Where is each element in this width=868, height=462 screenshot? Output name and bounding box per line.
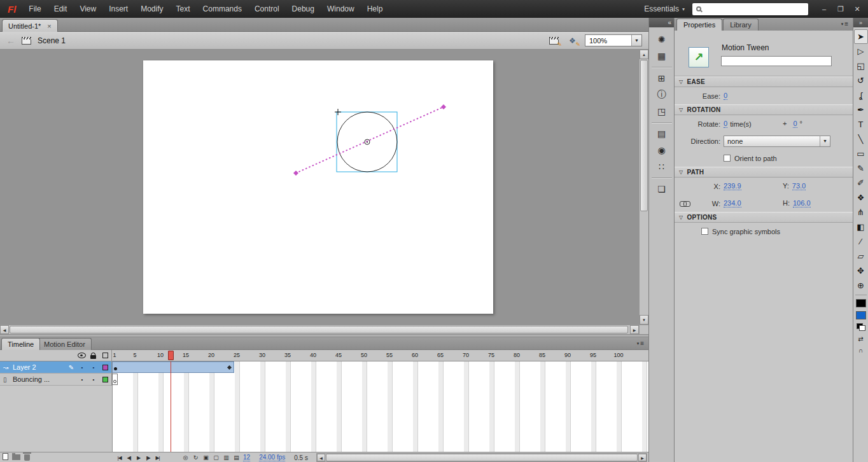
pasteboard[interactable]: ▲ ▼ ◀ ▶ — [0, 50, 648, 334]
selection-tool[interactable]: ➤ — [854, 29, 868, 44]
ease-value[interactable]: 0 — [724, 92, 727, 101]
tab-timeline[interactable]: Timeline — [1, 338, 40, 350]
paint-bucket-tool[interactable]: ◧ — [854, 220, 868, 234]
step-back-button[interactable]: ◀| — [124, 455, 134, 461]
deco-tool[interactable]: ❖ — [854, 190, 868, 205]
text-tool[interactable]: T — [854, 117, 868, 132]
expand-panels-icon[interactable]: « — [668, 19, 671, 26]
menu-window[interactable]: Window — [321, 0, 361, 18]
transform-icon[interactable]: ◳ — [650, 103, 673, 120]
sync-graphic-symbols-checkbox[interactable] — [701, 228, 708, 235]
menu-insert[interactable]: Insert — [102, 0, 134, 18]
timeline-ruler[interactable]: 1510152025303540455055606570758085909510… — [112, 350, 648, 361]
menu-control[interactable]: Control — [248, 0, 286, 18]
direction-dropdown[interactable]: none ▼ — [724, 136, 830, 147]
expand-tools-icon[interactable]: » — [859, 20, 862, 26]
orient-to-path-checkbox[interactable] — [724, 155, 731, 162]
back-icon[interactable]: ← — [6, 36, 15, 46]
search-input[interactable] — [692, 3, 808, 15]
layer-row[interactable]: ▯Bouncing ...•• — [0, 374, 648, 386]
tab-library[interactable]: Library — [723, 18, 759, 31]
properties-panel-menu-icon[interactable]: ▾ ≡ — [841, 20, 848, 27]
menu-commands[interactable]: Commands — [197, 0, 248, 18]
w-value[interactable]: 234.0 — [724, 199, 741, 208]
tab-properties[interactable]: Properties — [676, 18, 722, 31]
show-hide-all-layers-icon[interactable] — [76, 350, 87, 361]
snap-magnet-icon[interactable]: ∩ — [854, 344, 868, 356]
rectangle-tool[interactable]: ▭ — [854, 146, 868, 161]
modify-markers-button[interactable]: ▤ — [232, 454, 241, 461]
stroke-color-swatch[interactable] — [856, 299, 866, 307]
layer-outline-swatch[interactable] — [102, 365, 108, 370]
instance-name-input[interactable] — [721, 56, 832, 66]
layer-name-area[interactable]: ▯Bouncing ...•• — [0, 374, 112, 386]
stage-horizontal-scrollbar[interactable]: ◀ ▶ — [0, 325, 639, 334]
color-wheel-icon[interactable]: ◉ — [650, 142, 673, 158]
menu-file[interactable]: File — [22, 0, 47, 18]
scroll-down-icon[interactable]: ▼ — [640, 315, 648, 325]
onion-skin-outlines-button[interactable]: ▢ — [211, 454, 221, 461]
timeline-scrollbar-thumb[interactable] — [326, 454, 638, 461]
scroll-left-icon[interactable]: ◀ — [317, 454, 325, 461]
workspace-switcher[interactable]: Essentials ▾ — [644, 4, 685, 13]
motion-tween-span[interactable] — [112, 361, 234, 373]
3d-rotation-tool[interactable]: ↺ — [854, 73, 868, 88]
timeline-body[interactable]: ↝Layer 2✎••▯Bouncing ...•• — [0, 361, 648, 452]
stage-vertical-scrollbar[interactable]: ▲ ▼ — [639, 50, 648, 325]
layer-row[interactable]: ↝Layer 2✎•• — [0, 361, 648, 374]
layer-visibility-dot[interactable]: • — [76, 365, 88, 370]
go-to-last-frame-button[interactable]: ▶| — [153, 455, 162, 461]
swatches-icon[interactable]: ∷ — [650, 158, 673, 175]
scene-name[interactable]: Scene 1 — [38, 36, 66, 45]
brush-tool[interactable]: ✐ — [854, 176, 868, 190]
layer-lock-dot[interactable]: • — [88, 377, 99, 382]
menu-text[interactable]: Text — [170, 0, 197, 18]
layer-outline-swatch[interactable] — [102, 377, 108, 382]
rotate-count-value[interactable]: 0 — [724, 120, 727, 129]
line-tool[interactable]: ╲ — [854, 132, 868, 146]
current-frame[interactable]: 12 — [243, 454, 250, 462]
playhead[interactable] — [168, 351, 174, 360]
menu-help[interactable]: Help — [361, 0, 389, 18]
layer-frames[interactable] — [112, 374, 648, 386]
close-button[interactable]: ✕ — [849, 1, 865, 18]
scroll-right-icon[interactable]: ▶ — [638, 454, 647, 461]
pencil-tool[interactable]: ✎ — [854, 161, 868, 176]
menu-debug[interactable]: Debug — [286, 0, 321, 18]
frame-rate[interactable]: 24.00 fps — [259, 454, 285, 462]
lasso-tool[interactable]: ʆ — [854, 88, 868, 102]
close-icon[interactable]: × — [47, 22, 51, 30]
swap-colors-icon[interactable]: ⇄ — [854, 333, 868, 344]
tab-motion-editor[interactable]: Motion Editor — [38, 338, 92, 350]
timeline-scrollbar[interactable]: ◀ ▶ — [316, 453, 647, 462]
play-button[interactable]: ▶ — [134, 455, 143, 461]
default-colors-icon[interactable] — [857, 323, 865, 331]
layer-visibility-dot[interactable]: • — [76, 377, 88, 382]
motion-path[interactable] — [296, 107, 444, 173]
rotate-angle-value[interactable]: 0 — [793, 120, 797, 129]
new-layer-button[interactable] — [3, 453, 8, 462]
eyedropper-tool[interactable]: ∕ — [854, 234, 868, 249]
scroll-up-icon[interactable]: ▲ — [640, 50, 648, 59]
scroll-right-icon[interactable]: ▶ — [630, 325, 639, 334]
eraser-tool[interactable]: ▱ — [854, 249, 868, 263]
zoom-dropdown[interactable]: 100% ▼ — [585, 34, 642, 46]
lock-all-layers-icon[interactable] — [87, 350, 99, 361]
free-transform-tool[interactable]: ◱ — [854, 59, 868, 73]
show-layers-as-outlines-icon[interactable] — [99, 350, 111, 361]
x-value[interactable]: 239.9 — [724, 182, 741, 191]
panels-icon[interactable]: ❏ — [650, 181, 673, 197]
zoom-tool[interactable]: ⊕ — [854, 278, 868, 293]
scroll-left-icon[interactable]: ◀ — [0, 325, 9, 334]
loop-button[interactable]: ↻ — [191, 454, 200, 461]
hand-tool[interactable]: ✥ — [854, 263, 868, 278]
swirl-icon[interactable]: ✺ — [650, 31, 673, 48]
edit-symbols-icon[interactable]: ❖ ✎ — [566, 36, 578, 45]
timeline-panel-menu-icon[interactable]: ▾ ≡ — [637, 340, 644, 347]
layer-lock-dot[interactable]: • — [88, 365, 99, 370]
pen-tool[interactable]: ✒ — [854, 102, 868, 117]
edit-multiple-frames-button[interactable]: ▥ — [221, 454, 231, 461]
step-forward-button[interactable]: |▶ — [143, 455, 153, 461]
chevron-down-icon[interactable]: ▼ — [820, 136, 830, 146]
menu-edit[interactable]: Edit — [48, 0, 74, 18]
